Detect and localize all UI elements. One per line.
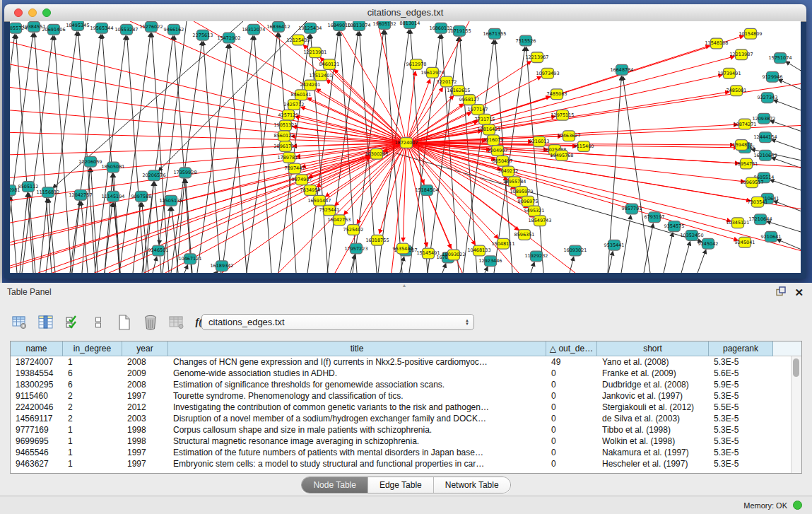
panel-resize-grip[interactable]: ▴ [403,284,409,287]
citation-edge-black[interactable] [142,36,173,273]
citation-edge-black[interactable] [771,139,801,150]
table-cell[interactable]: 5.3E-5 [709,356,773,368]
column-header-out_de[interactable]: △ out_de… [546,341,597,356]
table-row[interactable]: 969969511998Structural magnetic resonanc… [11,436,792,447]
table-cell[interactable]: 9777169 [11,424,63,436]
graph-node-cited[interactable]: 8596351 [514,230,535,240]
citation-edge-black[interactable] [11,197,17,273]
table-cell[interactable]: 2 [63,390,122,402]
graph-node[interactable]: 11929232 [524,251,548,262]
table-row[interactable]: 2242004622012Investigating the contribut… [11,402,792,413]
graph-node[interactable]: 16189342 [210,261,233,271]
table-cell[interactable]: 9699695 [11,436,63,447]
citation-edge-black[interactable] [10,33,33,273]
graph-node-cited[interactable]: 18549743 [528,216,551,226]
table-cell[interactable]: 2008 [122,379,168,390]
graph-node-cited[interactable]: 10154809 [739,28,762,39]
table-cell[interactable]: 0 [546,368,597,379]
graph-node[interactable]: 9466162 [164,24,184,35]
graph-node-cited[interactable]: 18954751 [734,158,758,169]
citation-edge-black[interactable] [70,35,101,273]
graph-node-cited[interactable]: 19739491 [717,68,741,78]
citation-edge-black[interactable] [171,41,202,273]
delete-table-icon[interactable] [142,314,159,331]
table-cell[interactable]: Changes of HCN gene expression and I(f) … [168,356,546,368]
graph-node-cited[interactable]: 19463627 [557,131,580,141]
tab-edge-table[interactable]: Edge Table [368,477,434,493]
table-cell[interactable]: 2003 [122,413,168,424]
citation-edge-black[interactable] [767,221,801,232]
select-rows-icon[interactable] [64,314,81,331]
graph-node[interactable]: 21206059 [78,156,102,167]
graph-node[interactable]: 18505081 [101,162,124,173]
graph-node[interactable]: 19565344 [90,23,113,33]
citation-edge-black[interactable] [773,201,801,211]
tab-node-table[interactable]: Node Table [302,477,368,493]
citation-edge-black[interactable] [197,44,228,273]
table-cell[interactable]: 14569117 [11,413,63,424]
citation-edge-black[interactable] [153,257,157,273]
show-columns-icon[interactable] [37,314,54,331]
table-cell[interactable]: 19384554 [11,368,63,379]
network-canvas[interactable]: 1872400724055724193845512069140618495345… [10,21,801,273]
citation-edge-black[interactable] [531,262,534,273]
graph-node[interactable]: 9535441 [604,240,625,250]
window-titlebar[interactable]: citations_edges.txt [4,4,806,22]
citation-edge-black[interactable] [773,100,801,110]
graph-node[interactable]: 18813074 [347,21,370,30]
graph-node[interactable]: 18495345 [66,21,89,30]
citation-edge-black[interactable] [114,173,120,273]
table-cell[interactable]: Genome-wide association studies in ADHD. [168,368,546,379]
citation-edge-black[interactable] [54,36,71,273]
graph-node-cited[interactable]: 4257121 [278,110,299,120]
table-row[interactable]: 946554611997Estimation of the future num… [11,447,792,458]
graph-node[interactable]: 9097588 [131,191,152,201]
table-row[interactable]: 977716911998Corpus callosum shape and si… [11,424,792,436]
graph-node-cited[interactable]: 19051321 [273,120,297,131]
graph-node[interactable]: 8813014 [400,21,420,28]
citation-edge-black[interactable] [95,36,126,273]
row-height-icon[interactable] [90,314,107,331]
table-cell[interactable]: 2009 [122,368,168,379]
table-cell[interactable]: 0 [546,436,597,447]
table-cell[interactable]: 0 [546,402,597,413]
citation-edge-black[interactable] [623,76,650,273]
graph-node[interactable]: 10553287 [114,24,138,35]
table-cell[interactable]: Corpus callosum shape and size in male p… [168,424,546,436]
table-cell[interactable]: 5.3E-5 [709,413,773,424]
table-cell[interactable]: 1997 [122,447,168,458]
table-cell[interactable]: Structural magnetic resonance image aver… [168,436,546,447]
table-cell[interactable]: Disruption of a novel member of a sodium… [168,413,546,424]
table-cell[interactable]: 5.3E-5 [709,424,773,436]
table-cell[interactable]: Nakamura et al. (1997) [597,447,709,458]
table-row[interactable]: 946362711997Embryonic stem cells: a mode… [11,458,792,469]
graph-node[interactable]: 8505112 [18,182,39,192]
graph-node[interactable]: 12923446 [478,256,502,267]
close-window-icon[interactable] [14,8,23,17]
table-vertical-scrollbar[interactable] [791,356,801,473]
table-cell[interactable]: 0 [546,424,597,436]
new-file-icon[interactable] [116,314,133,331]
table-cell[interactable]: 5.6E-5 [709,368,773,379]
citation-edge-black[interactable] [698,250,706,273]
citation-edge-red[interactable] [38,156,370,273]
column-header-name[interactable]: name [11,341,63,356]
graph-node-cited[interactable]: 9115460 [574,141,594,152]
table-row[interactable]: 1830029562008Estimation of significance … [11,379,792,390]
table-cell[interactable]: 0 [546,390,597,402]
graph-node[interactable]: 10352450 [680,230,703,241]
table-cell[interactable]: Tourette syndrome. Phenomenology and cla… [168,390,546,402]
table-cell[interactable]: 0 [546,379,597,390]
table-row[interactable]: 1872400712008Changes of HCN gene express… [11,356,792,368]
graph-node-cited[interactable]: 10468133 [467,245,490,256]
scrollbar-thumb[interactable] [793,358,799,377]
zoom-window-icon[interactable] [42,8,51,17]
citation-edge-red[interactable] [335,21,406,143]
citation-edge-black[interactable] [159,21,187,245]
graph-node[interactable]: 7515526 [516,35,536,46]
graph-node[interactable]: 16210643 [753,150,777,160]
citation-edge-black[interactable] [175,36,192,273]
citation-edge-black[interactable] [72,201,80,273]
citation-edge-black[interactable] [155,182,161,273]
graph-node-cited[interactable]: 9612978 [406,59,427,70]
